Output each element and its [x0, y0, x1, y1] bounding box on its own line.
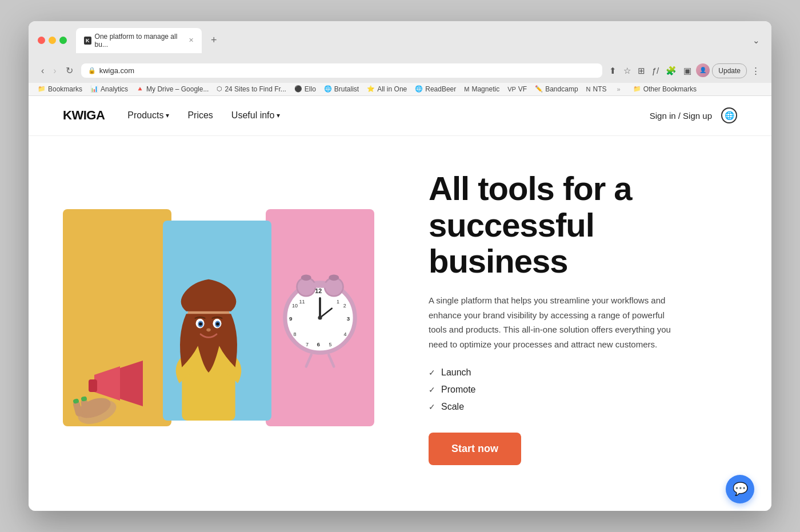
- svg-text:6: 6: [317, 341, 321, 347]
- clock-illustration: 12 3 6 9 1 4 5 7 8 11 10 2: [274, 266, 366, 369]
- bookmark-star-icon[interactable]: ☆: [621, 63, 633, 78]
- site-nav: KWIGA Products ▾ Prices Useful info ▾ Si…: [29, 96, 771, 136]
- svg-line-17: [306, 355, 311, 367]
- feature-scale-label: Scale: [441, 402, 464, 412]
- globe-icon[interactable]: 🌐: [721, 107, 737, 123]
- svg-point-16: [206, 329, 210, 332]
- svg-text:1: 1: [337, 299, 339, 305]
- bookmark-label: NTS: [593, 85, 607, 93]
- minimize-button[interactable]: [49, 37, 56, 44]
- back-button[interactable]: ‹: [38, 64, 47, 77]
- bookmark-nts[interactable]: N NTS: [586, 85, 607, 93]
- readbeer-icon: 🌐: [415, 85, 423, 93]
- tab-close-icon[interactable]: ✕: [189, 37, 194, 44]
- bookmark-label: Other Bookmarks: [643, 85, 697, 93]
- svg-point-15: [216, 322, 219, 326]
- tab-bar: K One platform to manage all bu... ✕ + ⌄: [38, 28, 762, 59]
- check-launch-icon: ✓: [429, 368, 435, 377]
- nav-useful-info[interactable]: Useful info ▾: [231, 110, 281, 121]
- bookmark-label: Bookmarks: [48, 85, 82, 93]
- nav-products[interactable]: Products ▾: [127, 110, 169, 121]
- bookmark-bandcamp[interactable]: ✏️ Bandcamp: [535, 85, 578, 93]
- tab-favicon: K: [84, 37, 91, 45]
- other-folder-icon: 📁: [633, 85, 641, 93]
- svg-text:4: 4: [344, 331, 347, 337]
- code-icon[interactable]: ƒ/: [650, 63, 662, 78]
- woman-illustration: [163, 261, 254, 421]
- maximize-button[interactable]: [59, 37, 67, 44]
- bookmark-readbeer[interactable]: 🌐 ReadBeer: [415, 85, 456, 93]
- close-button[interactable]: [38, 37, 45, 44]
- useful-info-label: Useful info: [231, 110, 275, 121]
- hero-images: 12 3 6 9 1 4 5 7 8 11 10 2: [63, 198, 394, 438]
- bookmark-label: Analytics: [101, 85, 128, 93]
- analytics-icon: 📊: [90, 85, 98, 93]
- svg-text:8: 8: [293, 331, 296, 337]
- refresh-button[interactable]: ↻: [62, 64, 77, 77]
- bookmark-folder[interactable]: 📁 Bookmarks: [38, 85, 82, 93]
- svg-point-23: [301, 274, 311, 281]
- bookmark-drive[interactable]: 🔺 My Drive – Google...: [136, 85, 209, 93]
- nts-icon: N: [586, 86, 591, 93]
- hero-card-woman: [163, 221, 271, 421]
- address-bar[interactable]: 🔒 kwiga.com: [81, 63, 602, 78]
- svg-rect-6: [89, 379, 97, 392]
- bookmark-vf[interactable]: VP VF: [507, 85, 527, 93]
- hero-text: All tools for a successful business A si…: [429, 170, 737, 465]
- chat-button[interactable]: 💬: [726, 475, 754, 503]
- products-chevron-icon: ▾: [166, 111, 169, 119]
- bookmark-label: My Drive – Google...: [146, 85, 209, 93]
- feature-promote: ✓ Promote: [429, 385, 737, 395]
- forward-button[interactable]: ›: [50, 64, 59, 77]
- hero-description: A single platform that helps you streaml…: [429, 293, 680, 351]
- feature-list: ✓ Launch ✓ Promote ✓ Scale: [429, 367, 737, 412]
- svg-point-14: [199, 322, 202, 326]
- hero-card-clock: 12 3 6 9 1 4 5 7 8 11 10 2: [266, 209, 374, 426]
- svg-text:12: 12: [315, 287, 322, 294]
- prices-label: Prices: [187, 110, 213, 121]
- hero-title: All tools for a successful business: [429, 170, 737, 279]
- nav-prices[interactable]: Prices: [187, 110, 213, 121]
- update-button[interactable]: Update: [712, 63, 747, 78]
- feature-launch: ✓ Launch: [429, 367, 737, 378]
- bookmark-analytics[interactable]: 📊 Analytics: [90, 85, 128, 93]
- extensions-icon[interactable]: ⊞: [635, 63, 647, 78]
- bookmark-allinone[interactable]: ⭐ All in One: [367, 85, 407, 93]
- sidebar-icon[interactable]: ▣: [681, 63, 694, 78]
- user-avatar[interactable]: 👤: [696, 63, 710, 77]
- sign-in-link[interactable]: Sign in / Sign up: [650, 111, 712, 121]
- bookmark-24sites[interactable]: ⬡ 24 Sites to Find Fr...: [217, 85, 286, 93]
- nav-right: Sign in / Sign up 🌐: [650, 107, 737, 123]
- bookmark-label: Bandcamp: [545, 85, 578, 93]
- start-now-button[interactable]: Start now: [429, 433, 521, 465]
- svg-text:5: 5: [329, 341, 331, 347]
- menu-icon[interactable]: ⋮: [749, 63, 762, 78]
- site-logo: KWIGA: [63, 108, 105, 123]
- bookmark-label: 24 Sites to Find Fr...: [225, 85, 286, 93]
- bookmarks-bar: 📁 Bookmarks 📊 Analytics 🔺 My Drive – Goo…: [29, 83, 771, 96]
- bookmark-label: Magnetic: [471, 85, 499, 93]
- puzzle-icon[interactable]: 🧩: [663, 63, 679, 78]
- svg-text:7: 7: [306, 341, 309, 347]
- active-tab[interactable]: K One platform to manage all bu... ✕: [76, 28, 202, 53]
- bookmark-magnetic[interactable]: M Magnetic: [464, 85, 499, 93]
- other-bookmarks[interactable]: 📁 Other Bookmarks: [633, 85, 697, 93]
- traffic-lights: [38, 37, 67, 44]
- check-promote-icon: ✓: [429, 385, 435, 394]
- bookmarks-more[interactable]: »: [615, 86, 623, 93]
- window-menu-button[interactable]: ⌄: [750, 33, 762, 48]
- feature-promote-label: Promote: [441, 385, 475, 395]
- chat-icon: 💬: [733, 482, 748, 497]
- share-icon[interactable]: ⬆: [607, 63, 619, 78]
- bookmark-ello[interactable]: ⚫ Ello: [294, 85, 316, 93]
- browser-window: K One platform to manage all bu... ✕ + ⌄…: [29, 21, 771, 511]
- folder-icon: 📁: [38, 85, 46, 93]
- toolbar-icons: ⬆ ☆ ⊞ ƒ/ 🧩 ▣ 👤 Update ⋮: [607, 63, 762, 78]
- bookmark-brutalist[interactable]: 🌐 Brutalist: [324, 85, 359, 93]
- check-scale-icon: ✓: [429, 402, 435, 411]
- drive-icon: 🔺: [136, 85, 144, 93]
- ello-icon: ⚫: [294, 85, 302, 93]
- megaphone-illustration: [63, 358, 149, 426]
- new-tab-button[interactable]: +: [206, 32, 222, 49]
- url-text: kwiga.com: [99, 66, 134, 75]
